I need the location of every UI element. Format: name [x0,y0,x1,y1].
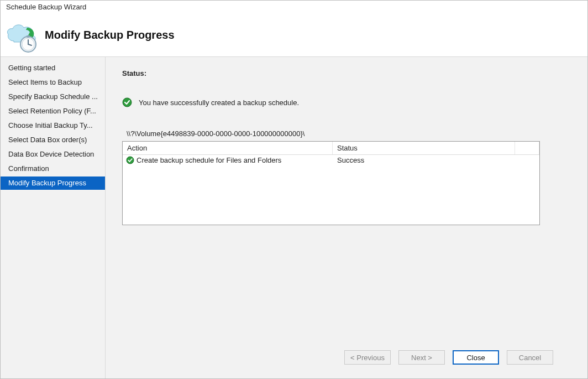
svg-rect-5 [27,35,30,38]
previous-button: < Previous [344,350,391,365]
table-cell-status: Success [336,156,518,164]
backup-cloud-icon [4,20,43,53]
footer-buttons: < Previous Next > Close Cancel [122,342,571,373]
window-title: Schedule Backup Wizard [6,3,86,11]
table-row[interactable]: Create backup schedule for Files and Fol… [123,155,539,165]
row-success-check-icon [126,156,134,164]
table-header-row: Action Status [123,142,539,155]
table-cell-action: Create backup schedule for Files and Fol… [126,156,336,164]
volume-path-text: \\?\Volume{e4498839-0000-0000-0000-10000… [127,129,571,138]
body: Getting started Select Items to Backup S… [1,57,587,378]
sidebar-item-getting-started[interactable]: Getting started [1,61,105,75]
sidebar-item-data-box-detection[interactable]: Data Box Device Detection [1,148,105,161]
status-label: Status: [122,69,571,77]
status-message-row: You have successfully created a backup s… [122,97,571,107]
status-message-text: You have successfully created a backup s… [139,98,299,107]
table-header-blank [515,142,539,154]
title-bar: Schedule Backup Wizard [1,1,587,16]
main-panel: Status: You have successfully created a … [106,57,587,378]
sidebar-item-select-items[interactable]: Select Items to Backup [1,76,105,89]
sidebar: Getting started Select Items to Backup S… [1,57,106,378]
table-header-action[interactable]: Action [123,142,333,154]
cancel-button: Cancel [507,350,553,365]
page-title: Modify Backup Progress [45,29,175,41]
sidebar-item-retention-policy[interactable]: Select Retention Policy (F... [1,105,105,118]
success-check-icon [122,97,132,107]
sidebar-item-modify-backup-progress[interactable]: Modify Backup Progress [1,176,105,190]
sidebar-item-confirmation[interactable]: Confirmation [1,162,105,175]
sidebar-item-initial-backup-type[interactable]: Choose Initial Backup Ty... [1,119,105,132]
svg-point-6 [123,98,132,107]
close-button[interactable]: Close [453,350,499,365]
results-table: Action Status Create backup schedule for… [122,141,540,225]
sidebar-item-specify-schedule[interactable]: Specify Backup Schedule ... [1,90,105,103]
header: Modify Backup Progress [1,16,587,57]
row-action-text: Create backup schedule for Files and Fol… [136,156,281,164]
wizard-window: Schedule Backup Wizard Modify Backup Pro… [0,0,588,379]
table-header-status[interactable]: Status [333,142,515,154]
next-button: Next > [398,350,445,365]
sidebar-item-data-box-orders[interactable]: Select Data Box order(s) [1,133,105,147]
svg-point-7 [127,157,134,164]
